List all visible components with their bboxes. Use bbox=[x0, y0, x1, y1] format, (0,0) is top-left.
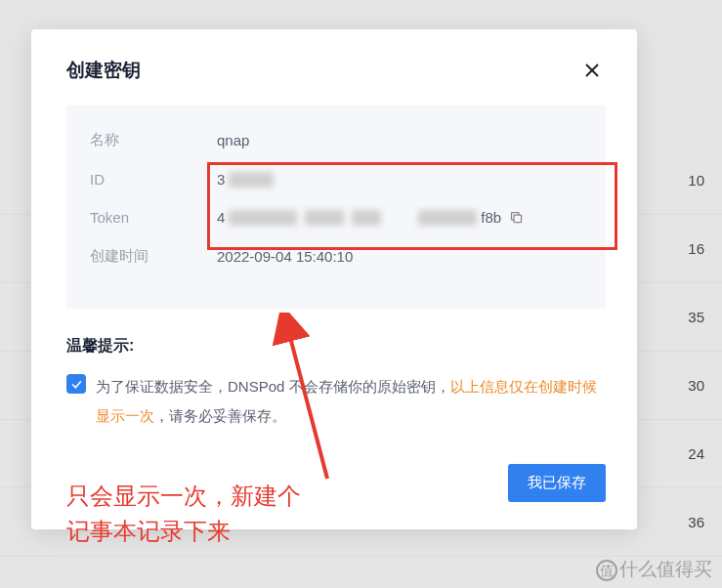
redacted-id bbox=[229, 172, 274, 188]
copy-token-button[interactable] bbox=[509, 210, 524, 225]
modal-footer: 我已保存 bbox=[31, 431, 637, 529]
hint-title: 温馨提示: bbox=[66, 336, 606, 357]
name-value: qnap bbox=[217, 132, 249, 148]
watermark-icon: 值 bbox=[596, 560, 617, 581]
id-label: ID bbox=[90, 171, 217, 188]
save-button[interactable]: 我已保存 bbox=[508, 464, 606, 502]
hint-checkbox[interactable] bbox=[66, 374, 86, 394]
hint-section: 温馨提示: 为了保证数据安全，DNSPod 不会存储你的原始密钥，以上信息仅在创… bbox=[66, 336, 606, 431]
info-row-created: 创建时间 2022-09-04 15:40:10 bbox=[90, 247, 582, 266]
info-row-id: ID 3 bbox=[90, 171, 582, 188]
modal-title: 创建密钥 bbox=[66, 58, 141, 83]
info-row-name: 名称 qnap bbox=[90, 131, 582, 149]
token-value: 4 f8b bbox=[217, 209, 524, 226]
hint-item: 为了保证数据安全，DNSPod 不会存储你的原始密钥，以上信息仅在创建时候显示一… bbox=[66, 372, 606, 431]
close-icon bbox=[583, 62, 601, 79]
name-label: 名称 bbox=[90, 131, 217, 149]
token-label: Token bbox=[90, 209, 217, 226]
check-icon bbox=[70, 378, 83, 391]
modal-header: 创建密钥 bbox=[31, 29, 637, 105]
redacted-token bbox=[305, 210, 344, 226]
svg-rect-2 bbox=[514, 215, 522, 223]
id-value: 3 bbox=[217, 171, 277, 188]
copy-icon bbox=[509, 210, 524, 225]
key-info-panel: 名称 qnap ID 3 Token 4 f8b bbox=[66, 105, 606, 309]
close-button[interactable] bbox=[578, 57, 606, 84]
watermark: 值什么值得买 bbox=[596, 557, 712, 582]
created-label: 创建时间 bbox=[90, 247, 217, 266]
redacted-token bbox=[352, 210, 381, 226]
created-value: 2022-09-04 15:40:10 bbox=[217, 248, 353, 265]
create-key-modal: 创建密钥 名称 qnap ID 3 Token 4 f8 bbox=[31, 29, 637, 529]
hint-text: 为了保证数据安全，DNSPod 不会存储你的原始密钥，以上信息仅在创建时候显示一… bbox=[96, 372, 606, 431]
redacted-token bbox=[229, 210, 297, 226]
redacted-token bbox=[418, 210, 477, 226]
info-row-token: Token 4 f8b bbox=[90, 209, 582, 226]
